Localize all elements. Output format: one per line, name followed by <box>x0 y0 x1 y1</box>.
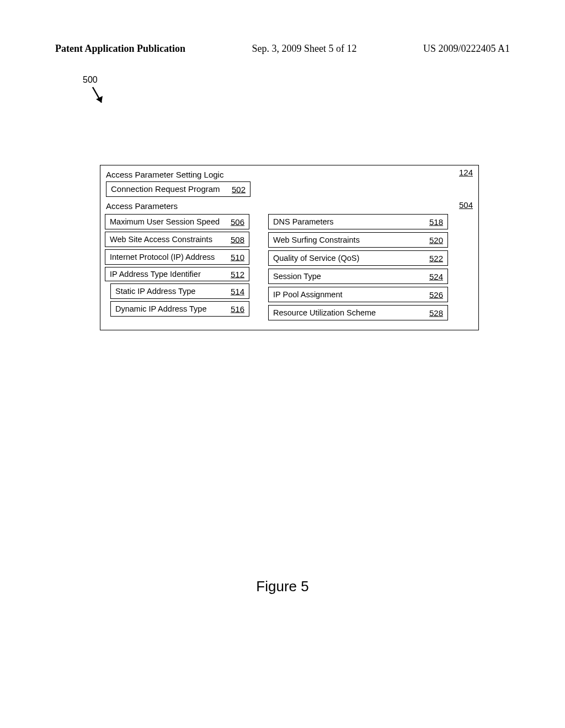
param-label: Static IP Address Type <box>115 287 195 296</box>
parameters-columns: Maximum User Session Speed 506 Web Site … <box>105 214 474 323</box>
param-refnum: 508 <box>231 235 244 244</box>
param-refnum: 518 <box>429 217 443 227</box>
figure-caption: Figure 5 <box>0 578 565 595</box>
param-ip-type-identifier: IP Address Type Identifier 512 <box>105 267 249 281</box>
access-parameter-setting-logic-box: Access Parameter Setting Logic 124 Conne… <box>100 165 479 330</box>
page-header: Patent Application Publication Sep. 3, 2… <box>0 43 565 55</box>
param-refnum: 520 <box>429 235 443 245</box>
param-refnum: 522 <box>429 254 443 263</box>
access-parameters-title: Access Parameters <box>106 201 474 211</box>
param-web-site-access: Web Site Access Constraints 508 <box>105 232 249 247</box>
param-label: Dynamic IP Address Type <box>115 304 207 313</box>
param-qos: Quality of Service (QoS) 522 <box>268 250 448 266</box>
param-refnum: 524 <box>429 272 443 281</box>
param-refnum: 514 <box>231 287 244 296</box>
param-label: IP Address Type Identifier <box>110 270 201 279</box>
param-label: DNS Parameters <box>273 217 334 226</box>
param-refnum: 510 <box>231 253 244 262</box>
header-row: Patent Application Publication Sep. 3, 2… <box>55 43 510 55</box>
param-label: Session Type <box>273 272 321 281</box>
param-refnum: 516 <box>231 304 244 314</box>
svg-marker-1 <box>96 96 103 103</box>
param-label: Web Surfing Constraints <box>273 235 360 244</box>
param-refnum: 506 <box>231 217 244 227</box>
param-label: Quality of Service (QoS) <box>273 254 359 263</box>
param-dynamic-ip-type: Dynamic IP Address Type 516 <box>110 301 249 317</box>
param-static-ip-type: Static IP Address Type 514 <box>110 283 249 299</box>
param-ip-pool: IP Pool Assignment 526 <box>268 287 448 302</box>
access-parameters-refnum: 504 <box>459 200 473 210</box>
param-label: Resource Utilization Scheme <box>273 308 376 317</box>
param-refnum: 528 <box>429 308 443 318</box>
param-max-session-speed: Maximum User Session Speed 506 <box>105 214 249 229</box>
param-dns-parameters: DNS Parameters 518 <box>268 214 448 229</box>
arrow-down-right-icon <box>88 85 110 113</box>
crp-refnum: 502 <box>232 185 246 194</box>
param-label: Internet Protocol (IP) Address <box>110 253 215 261</box>
crp-label: Connection Request Program <box>111 184 220 194</box>
param-web-surfing: Web Surfing Constraints 520 <box>268 232 448 248</box>
param-label: IP Pool Assignment <box>273 290 342 299</box>
param-ip-address: Internet Protocol (IP) Address 510 <box>105 249 249 265</box>
param-resource-utilization: Resource Utilization Scheme 528 <box>268 305 448 320</box>
figure-reference-number: 500 <box>83 75 98 85</box>
param-label: Web Site Access Constraints <box>110 235 212 244</box>
connection-request-program-box: Connection Request Program 502 <box>106 181 250 197</box>
outer-box-title: Access Parameter Setting Logic <box>106 170 474 179</box>
access-parameters-section: Access Parameters 504 Maximum User Sessi… <box>105 201 474 323</box>
param-session-type: Session Type 524 <box>268 269 448 284</box>
header-right: US 2009/0222405 A1 <box>423 43 510 55</box>
param-refnum: 512 <box>231 270 244 279</box>
param-label: Maximum User Session Speed <box>110 217 220 226</box>
header-center: Sep. 3, 2009 Sheet 5 of 12 <box>252 43 357 55</box>
header-left: Patent Application Publication <box>55 43 185 55</box>
outer-box-refnum: 124 <box>459 168 473 177</box>
parameters-left-column: Maximum User Session Speed 506 Web Site … <box>105 214 249 323</box>
parameters-right-column: DNS Parameters 518 Web Surfing Constrain… <box>268 214 448 323</box>
param-refnum: 526 <box>429 290 443 299</box>
page-root: Patent Application Publication Sep. 3, 2… <box>0 0 565 728</box>
